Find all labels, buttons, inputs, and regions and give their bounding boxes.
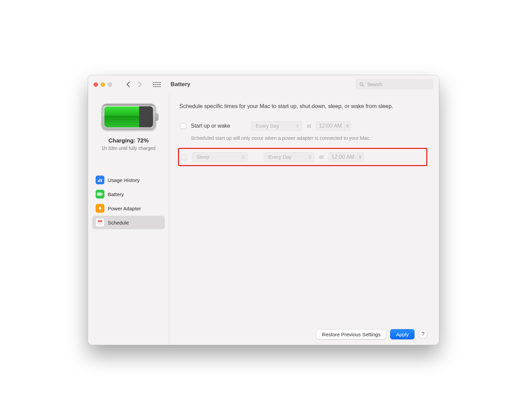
at-label: at bbox=[307, 123, 311, 129]
sleep-time-stepper[interactable] bbox=[357, 152, 363, 162]
maximize-button bbox=[108, 82, 112, 87]
startup-checkbox[interactable] bbox=[180, 123, 186, 129]
svg-rect-13 bbox=[101, 222, 102, 223]
time-remaining: 1h 33m until fully charged bbox=[102, 146, 156, 151]
back-button[interactable] bbox=[124, 80, 132, 88]
restore-previous-button[interactable]: Restore Previous Settings bbox=[316, 329, 386, 339]
titlebar: Battery Search bbox=[88, 75, 439, 94]
row-startup-wake: Start up or wake Every Day at 12:00 AM bbox=[179, 119, 427, 133]
svg-rect-11 bbox=[99, 222, 100, 223]
battery-icon-small bbox=[96, 190, 104, 199]
sidebar: Charging: 72% 1h 33m until fully charged… bbox=[88, 94, 169, 345]
power-adapter-icon bbox=[96, 204, 104, 213]
chevron-updown-icon bbox=[296, 124, 299, 128]
sidebar-item-label: Usage History bbox=[108, 177, 140, 183]
startup-label: Start up or wake bbox=[191, 123, 247, 129]
intro-text: Schedule specific times for your Mac to … bbox=[179, 102, 427, 110]
startup-hint: Scheduled start up will only occur when … bbox=[191, 135, 380, 142]
startup-time-stepper[interactable] bbox=[345, 121, 351, 131]
sleep-frequency-value: Every Day bbox=[268, 154, 292, 160]
forward-button[interactable] bbox=[136, 80, 144, 88]
usage-history-icon bbox=[96, 176, 104, 184]
search-placeholder: Search bbox=[367, 82, 382, 87]
sidebar-item-label: Battery bbox=[108, 191, 124, 197]
startup-time-value: 12:00 AM bbox=[316, 121, 345, 131]
sidebar-item-battery[interactable]: Battery bbox=[92, 187, 165, 201]
row-sleep-highlighted: Sleep Every Day at bbox=[178, 148, 427, 166]
sleep-time-field[interactable]: 12:00 AM bbox=[328, 152, 363, 162]
svg-rect-2 bbox=[98, 180, 99, 182]
svg-rect-6 bbox=[98, 193, 101, 195]
svg-rect-4 bbox=[101, 179, 102, 182]
search-icon bbox=[359, 82, 365, 87]
startup-frequency-value: Every Day bbox=[256, 123, 279, 129]
minimize-button[interactable] bbox=[101, 82, 105, 87]
svg-rect-9 bbox=[98, 220, 102, 222]
close-button[interactable] bbox=[94, 82, 98, 87]
sidebar-item-schedule[interactable]: Schedule bbox=[92, 216, 165, 229]
search-input[interactable]: Search bbox=[356, 79, 433, 89]
preferences-window: Battery Search Charging: 72% 1h 33m unti… bbox=[88, 75, 439, 345]
startup-frequency-select[interactable]: Every Day bbox=[251, 121, 302, 131]
show-all-icon[interactable] bbox=[153, 82, 160, 87]
footer: Restore Previous Settings Apply ? bbox=[179, 326, 427, 339]
chevron-updown-icon bbox=[309, 155, 311, 159]
sidebar-item-usage-history[interactable]: Usage History bbox=[92, 173, 165, 187]
svg-rect-14 bbox=[98, 224, 99, 224]
sleep-time-value: 12:00 AM bbox=[328, 152, 357, 162]
sleep-action-value: Sleep bbox=[196, 154, 209, 160]
svg-rect-15 bbox=[99, 224, 100, 224]
window-title: Battery bbox=[171, 81, 191, 88]
chevron-updown-icon bbox=[242, 155, 245, 159]
apply-button[interactable]: Apply bbox=[390, 329, 415, 339]
sleep-frequency-select[interactable]: Every Day bbox=[264, 152, 315, 162]
svg-rect-16 bbox=[100, 224, 101, 224]
startup-time-field[interactable]: 12:00 AM bbox=[316, 121, 351, 131]
sidebar-item-power-adapter[interactable]: Power Adapter bbox=[92, 202, 165, 215]
svg-rect-10 bbox=[98, 222, 99, 223]
battery-visual: Charging: 72% 1h 33m until fully charged bbox=[88, 100, 169, 158]
traffic-lights bbox=[94, 82, 112, 87]
svg-rect-7 bbox=[102, 193, 103, 195]
nav-buttons bbox=[124, 80, 144, 88]
content-area: Schedule specific times for your Mac to … bbox=[169, 94, 439, 345]
sidebar-item-label: Power Adapter bbox=[108, 206, 141, 211]
sidebar-item-label: Schedule bbox=[108, 220, 129, 226]
sleep-checkbox[interactable] bbox=[181, 154, 187, 160]
schedule-icon bbox=[96, 218, 104, 227]
svg-rect-12 bbox=[100, 222, 101, 223]
at-label: at bbox=[319, 154, 324, 160]
sleep-action-select[interactable]: Sleep bbox=[192, 152, 248, 162]
help-button[interactable]: ? bbox=[419, 330, 427, 339]
body: Charging: 72% 1h 33m until fully charged… bbox=[88, 94, 439, 345]
svg-rect-3 bbox=[100, 179, 101, 182]
schedule-rows: Start up or wake Every Day at 12:00 AM bbox=[179, 119, 427, 166]
svg-line-1 bbox=[362, 85, 364, 86]
sidebar-list: Usage History Battery Power Adapter bbox=[88, 173, 169, 229]
charging-status: Charging: 72% bbox=[108, 137, 149, 144]
battery-icon bbox=[102, 104, 156, 130]
